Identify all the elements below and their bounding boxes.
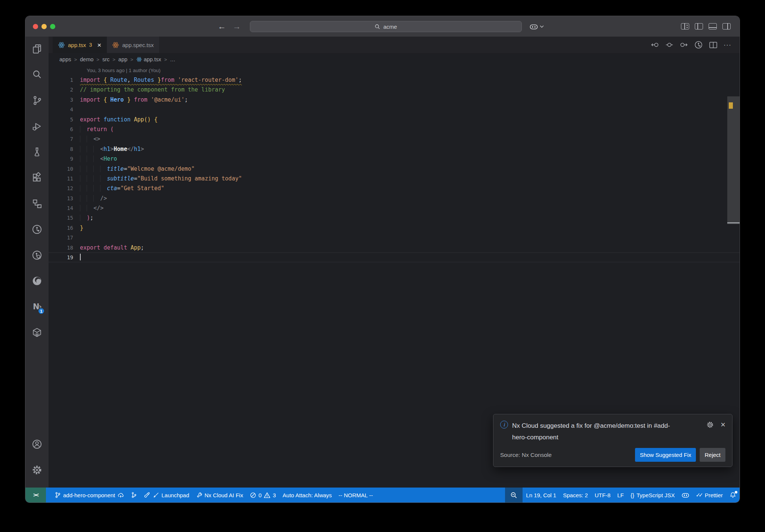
vim-mode-item[interactable]: -- NORMAL --: [335, 488, 376, 502]
close-tab-icon[interactable]: ×: [97, 41, 101, 49]
code-line-15[interactable]: 15 );: [49, 213, 740, 223]
tab-app-tsx[interactable]: app.tsx 3 ×: [53, 37, 106, 53]
breadcrumb-item-demo[interactable]: demo: [80, 56, 93, 62]
line-number[interactable]: 6: [49, 124, 73, 134]
code-line-10[interactable]: 10 title="Welcmoe @acme/demo": [49, 164, 740, 174]
code-line-4[interactable]: 4: [49, 105, 740, 114]
line-number[interactable]: 5: [49, 115, 73, 124]
code-line-13[interactable]: 13 />: [49, 194, 740, 203]
activity-item-project-hierarchy[interactable]: [29, 195, 45, 212]
activity-item-gitlens[interactable]: [29, 221, 45, 238]
code-line-5[interactable]: 5export function App() {: [49, 115, 740, 124]
line-number[interactable]: 13: [49, 194, 73, 203]
code-line-11[interactable]: 11 subtitle="Build something amazing tod…: [49, 174, 740, 183]
activity-item-extensions[interactable]: [29, 170, 45, 186]
breadcrumb-item-apps[interactable]: apps: [59, 56, 71, 62]
line-number[interactable]: 7: [49, 134, 73, 144]
code-line-14[interactable]: 14 </>: [49, 203, 740, 213]
line-number[interactable]: 9: [49, 154, 73, 164]
command-center-search[interactable]: acme: [250, 21, 522, 32]
line-number[interactable]: 2: [49, 85, 73, 95]
code-line-2[interactable]: 2// importing the component from the lib…: [49, 85, 740, 95]
activity-item-nx-console[interactable]: N›1: [29, 299, 45, 315]
problems-item[interactable]: 0 3: [247, 488, 279, 502]
code-line-3[interactable]: 3import { Hero } from '@acme/ui';: [49, 95, 740, 105]
activity-item-gitlens-inspect[interactable]: [29, 247, 45, 263]
previous-change-icon[interactable]: [651, 41, 659, 48]
language-mode-item[interactable]: {} TypeScript JSX: [627, 488, 678, 502]
gitlens-launchpad-item[interactable]: Launchpad: [140, 488, 192, 502]
code-line-6[interactable]: 6 return (: [49, 124, 740, 134]
line-number[interactable]: 12: [49, 183, 73, 193]
line-number[interactable]: 10: [49, 164, 73, 174]
zoom-window-button[interactable]: [50, 24, 55, 29]
line-number[interactable]: 18: [49, 243, 73, 253]
line-number[interactable]: 11: [49, 174, 73, 183]
toggle-secondary-sidebar-button[interactable]: [722, 23, 731, 30]
forward-button[interactable]: →: [233, 22, 241, 31]
cursor-position-item[interactable]: Ln 19, Col 1: [523, 488, 560, 502]
activity-item-testing[interactable]: [29, 144, 45, 160]
notifications-bell-item[interactable]: [726, 488, 740, 502]
nx-cloud-fix-item[interactable]: Nx Cloud AI Fix: [193, 488, 247, 502]
split-editor-icon[interactable]: [709, 42, 717, 48]
close-window-button[interactable]: [33, 24, 38, 29]
back-button[interactable]: ←: [218, 22, 226, 31]
code-line-12[interactable]: 12 cta="Get Started": [49, 183, 740, 193]
breadcrumb-item-app[interactable]: app: [118, 56, 127, 62]
code-line-1[interactable]: 1import { Route, Routes }from 'react-rou…: [49, 75, 740, 85]
line-number[interactable]: 4: [49, 105, 73, 114]
commit-graph-item[interactable]: [127, 488, 140, 502]
breadcrumb-item-src[interactable]: src: [102, 56, 109, 62]
encoding-item[interactable]: UTF-8: [591, 488, 614, 502]
line-number[interactable]: 3: [49, 95, 73, 105]
git-branch-item[interactable]: add-hero-component: [51, 488, 127, 502]
customize-layout-button[interactable]: [681, 23, 689, 30]
notification-close-icon[interactable]: ×: [721, 421, 725, 429]
notification-settings-gear-icon[interactable]: [706, 421, 714, 429]
gitlens-graph-icon[interactable]: [694, 40, 703, 49]
more-actions-icon[interactable]: ···: [724, 41, 731, 49]
line-number[interactable]: 16: [49, 223, 73, 233]
code-line-16[interactable]: 16}: [49, 223, 740, 233]
minimize-window-button[interactable]: [41, 24, 47, 29]
activity-item-containers[interactable]: [29, 324, 45, 341]
code-line-19[interactable]: 19: [49, 253, 740, 262]
code-line-8[interactable]: 8 <h1>Home</h1>: [49, 144, 740, 154]
open-changes-icon[interactable]: [666, 41, 673, 48]
toggle-primary-sidebar-button[interactable]: [695, 23, 703, 30]
line-number[interactable]: 17: [49, 233, 73, 242]
toggle-panel-button[interactable]: [709, 23, 717, 30]
line-number[interactable]: 1: [49, 75, 73, 85]
code-line-18[interactable]: 18export default App;: [49, 243, 740, 253]
activity-item-accounts[interactable]: [29, 436, 45, 452]
line-number[interactable]: 8: [49, 144, 73, 154]
code-line-7[interactable]: 7 <>: [49, 134, 740, 144]
remote-indicator[interactable]: ><: [25, 488, 46, 502]
next-change-icon[interactable]: [679, 41, 688, 48]
code-line-17[interactable]: 17: [49, 233, 740, 242]
auto-attach-item[interactable]: Auto Attach: Always: [279, 488, 335, 502]
activity-item-files-explorer[interactable]: [29, 41, 45, 57]
formatter-item[interactable]: ✓✓ Prettier: [693, 488, 727, 502]
line-number[interactable]: 19: [49, 253, 73, 262]
breadcrumb-item-apptsx[interactable]: app.tsx: [136, 56, 161, 62]
tab-app-spec-tsx[interactable]: app.spec.tsx: [106, 37, 159, 53]
activity-item-settings[interactable]: [29, 462, 45, 478]
line-number[interactable]: 14: [49, 203, 73, 213]
eol-item[interactable]: LF: [614, 488, 627, 502]
line-number[interactable]: 15: [49, 213, 73, 223]
reject-button[interactable]: Reject: [700, 448, 725, 462]
gitlens-blame-codelens[interactable]: You, 3 hours ago | 1 author (You): [49, 66, 740, 75]
activity-item-source-control[interactable]: [29, 92, 45, 109]
activity-item-run-debug[interactable]: [29, 118, 45, 134]
activity-item-edge-devtools[interactable]: [29, 273, 45, 289]
indentation-item[interactable]: Spaces: 2: [560, 488, 591, 502]
copilot-status-item[interactable]: [678, 488, 693, 502]
copilot-menu[interactable]: [530, 21, 544, 32]
zoom-out-item[interactable]: [505, 488, 523, 502]
show-suggested-fix-button[interactable]: Show Suggested Fix: [635, 448, 696, 462]
breadcrumb-item-[interactable]: …: [170, 56, 176, 62]
activity-item-search[interactable]: [29, 66, 45, 83]
code-line-9[interactable]: 9 <Hero: [49, 154, 740, 164]
